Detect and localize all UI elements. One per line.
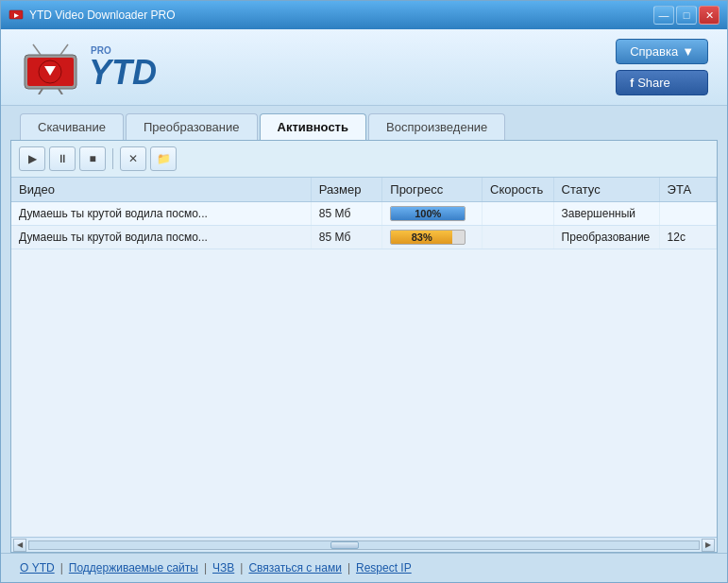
play-button[interactable]: ▶ [19, 146, 45, 171]
titlebar: YTD Video Downloader PRO — □ ✕ [1, 1, 727, 29]
progress-bar: 83% [390, 230, 466, 245]
share-button[interactable]: f Share [616, 70, 708, 95]
col-size: Размер [311, 178, 382, 202]
titlebar-controls: — □ ✕ [653, 6, 720, 25]
progress-fill: 100% [391, 207, 465, 220]
svg-line-6 [39, 89, 42, 94]
header-buttons: Справка ▼ f Share [616, 39, 708, 95]
footer-sep-2: | [204, 561, 207, 574]
play-icon: ▶ [28, 152, 37, 165]
tab-activity[interactable]: Активность [260, 113, 366, 140]
folder-button[interactable]: 📁 [150, 146, 177, 171]
header: PRO YTD Справка ▼ f Share [1, 29, 727, 106]
main-window: YTD Video Downloader PRO — □ ✕ [0, 0, 728, 583]
cell-size: 85 Мб [311, 202, 382, 226]
cell-eta: 12с [659, 226, 716, 249]
table-row: Думаешь ты крутой водила посмо... 85 Мб … [11, 226, 717, 249]
footer-sep-4: | [347, 561, 350, 574]
col-video: Видео [11, 178, 311, 202]
logo-area: PRO YTD [20, 40, 157, 94]
cancel-icon: ✕ [128, 152, 138, 165]
tab-play[interactable]: Воспроизведение [368, 113, 505, 140]
titlebar-title: YTD Video Downloader PRO [29, 9, 648, 22]
footer-respect-link[interactable]: Respect IP [356, 561, 412, 574]
cell-status: Завершенный [553, 202, 659, 226]
footer-about-link[interactable]: О YTD [20, 561, 55, 574]
logo-text: PRO YTD [89, 45, 157, 90]
scroll-left-arrow[interactable]: ◀ [13, 539, 26, 552]
scroll-track[interactable] [28, 540, 700, 550]
toolbar-separator [112, 148, 113, 169]
footer-sep-1: | [60, 561, 63, 574]
maximize-button[interactable]: □ [676, 6, 697, 25]
footer-sep-3: | [240, 561, 243, 574]
activity-table: Видео Размер Прогресс Скорость Статус ЭТ… [11, 178, 717, 249]
footer-contact-link[interactable]: Связаться с нами [248, 561, 341, 574]
minimize-button[interactable]: — [653, 6, 674, 25]
cancel-button[interactable]: ✕ [120, 146, 146, 171]
table-row: Думаешь ты крутой водила посмо... 85 Мб … [11, 202, 717, 226]
logo-tv-icon [20, 40, 81, 94]
cell-progress: 100% [382, 202, 483, 226]
progress-bar: 100% [390, 206, 466, 221]
tab-convert[interactable]: Преобразование [126, 113, 258, 140]
col-status: Статус [553, 178, 659, 202]
footer-sites-link[interactable]: Поддерживаемые сайты [69, 561, 198, 574]
footer-faq-link[interactable]: ЧЗВ [212, 561, 234, 574]
progress-fill: 83% [391, 231, 452, 244]
scroll-thumb[interactable] [330, 541, 359, 549]
cell-video: Думаешь ты крутой водила посмо... [11, 226, 311, 249]
titlebar-icon [8, 8, 24, 23]
svg-line-7 [59, 89, 62, 94]
tabs-area: Скачивание Преобразование Активность Вос… [1, 106, 727, 140]
stop-icon: ■ [89, 152, 95, 165]
tab-download[interactable]: Скачивание [20, 113, 124, 140]
col-speed: Скорость [483, 178, 554, 202]
pause-icon: ⏸ [57, 152, 68, 165]
table-area: Видео Размер Прогресс Скорость Статус ЭТ… [11, 178, 717, 537]
cell-eta [659, 202, 716, 226]
cell-status: Преобразование [553, 226, 659, 249]
cell-progress: 83% [382, 226, 483, 249]
footer: О YTD | Поддерживаемые сайты | ЧЗВ | Свя… [1, 553, 727, 582]
horizontal-scrollbar[interactable]: ◀ ▶ [11, 537, 717, 552]
cell-speed [483, 202, 554, 226]
folder-icon: 📁 [157, 152, 171, 165]
scroll-right-arrow[interactable]: ▶ [702, 539, 715, 552]
facebook-icon: f [630, 77, 634, 90]
cell-video: Думаешь ты крутой водила посмо... [11, 202, 311, 226]
pause-button[interactable]: ⏸ [49, 146, 76, 171]
stop-button[interactable]: ■ [79, 146, 106, 171]
cell-speed [483, 226, 554, 249]
col-eta: ЭТА [659, 178, 716, 202]
spravka-button[interactable]: Справка ▼ [616, 39, 708, 64]
cell-size: 85 Мб [311, 226, 382, 249]
logo-ytd-label: YTD [89, 56, 157, 90]
toolbar: ▶ ⏸ ■ ✕ 📁 [11, 141, 717, 178]
main-content: ▶ ⏸ ■ ✕ 📁 Видео Размер [10, 140, 718, 553]
svg-line-9 [60, 44, 68, 55]
chevron-down-icon: ▼ [682, 44, 694, 59]
close-button[interactable]: ✕ [699, 6, 720, 25]
svg-line-8 [33, 44, 41, 55]
col-progress: Прогресс [382, 178, 483, 202]
